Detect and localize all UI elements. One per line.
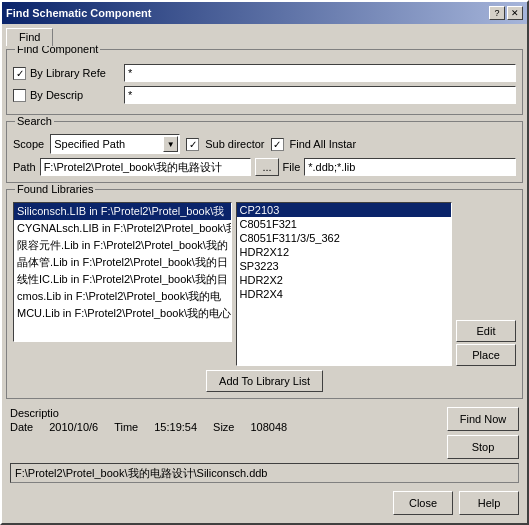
scope-row: Scope Specified Path All Libraries ▼ Sub…: [13, 134, 516, 154]
left-list-item[interactable]: MCU.Lib in F:\Protel2\Protel_book\我的电心: [14, 305, 231, 322]
place-button[interactable]: Place: [456, 344, 516, 366]
main-window: Find Schematic Component ? ✕ Find Find C…: [0, 0, 529, 525]
find-all-label: Find All Instar: [290, 138, 357, 150]
close-button[interactable]: Close: [393, 491, 453, 515]
add-to-library-button[interactable]: Add To Library List: [206, 370, 323, 392]
scope-dropdown-wrapper: Specified Path All Libraries ▼: [50, 134, 180, 154]
by-library-row: By Library Refe: [13, 64, 516, 82]
right-list-item[interactable]: HDR2X12: [237, 245, 452, 259]
date-value: 2010/10/6: [49, 421, 98, 433]
by-descrip-label: By Descrip: [30, 89, 120, 101]
by-library-input[interactable]: [124, 64, 516, 82]
content-area: Find Find Component By Library Refe By D…: [2, 24, 527, 523]
file-label: File: [283, 161, 301, 173]
find-component-group: Find Component By Library Refe By Descri…: [6, 49, 523, 115]
time-label: Time: [114, 421, 138, 433]
by-descrip-checkbox[interactable]: [13, 89, 26, 102]
info-row: Date 2010/10/6 Time 15:19:54 Size 108048: [10, 421, 439, 433]
right-list-item[interactable]: CP2103: [237, 203, 452, 217]
desc-left: Descriptio Date 2010/10/6 Time 15:19:54 …: [10, 407, 439, 433]
title-bar: Find Schematic Component ? ✕: [2, 2, 527, 24]
tab-find[interactable]: Find: [6, 28, 53, 46]
by-descrip-row: By Descrip: [13, 86, 516, 104]
find-all-checkbox[interactable]: [271, 138, 284, 151]
search-group: Search Scope Specified Path All Librarie…: [6, 121, 523, 183]
title-buttons: ? ✕: [489, 6, 523, 20]
right-list-item[interactable]: C8051F311/3/5_362: [237, 231, 452, 245]
desc-right: Find Now Stop: [447, 407, 519, 459]
size-label: Size: [213, 421, 234, 433]
right-list-item[interactable]: HDR2X2: [237, 273, 452, 287]
path-row: Path ... File: [13, 158, 516, 176]
file-input[interactable]: [304, 158, 516, 176]
scope-select[interactable]: Specified Path All Libraries: [50, 134, 180, 154]
description-label: Descriptio: [10, 407, 439, 419]
left-list-item[interactable]: CYGNALsch.LIB in F:\Protel2\Protel_book\…: [14, 220, 231, 237]
right-list-item[interactable]: HDR2X4: [237, 287, 452, 301]
found-libraries-label: Found Libraries: [15, 183, 95, 195]
sub-directories-checkbox[interactable]: [186, 138, 199, 151]
path-label: Path: [13, 161, 36, 173]
found-libraries-group: Found Libraries Siliconsch.LIB in F:\Pro…: [6, 189, 523, 399]
by-library-label: By Library Refe: [30, 67, 120, 79]
date-label: Date: [10, 421, 33, 433]
sub-directories-label: Sub director: [205, 138, 264, 150]
right-list-item[interactable]: SP3223: [237, 259, 452, 273]
search-label: Search: [15, 115, 54, 127]
help-button[interactable]: Help: [459, 491, 519, 515]
right-library-list[interactable]: CP2103C8051F321C8051F311/3/5_362HDR2X12S…: [236, 202, 453, 366]
size-value: 108048: [250, 421, 287, 433]
time-value: 15:19:54: [154, 421, 197, 433]
right-actions: Edit Place: [456, 202, 516, 366]
edit-button[interactable]: Edit: [456, 320, 516, 342]
left-list-item[interactable]: 线性IC.Lib in F:\Protel2\Protel_book\我的目: [14, 271, 231, 288]
right-list-item[interactable]: C8051F321: [237, 217, 452, 231]
path-input[interactable]: [40, 158, 252, 176]
status-bar: F:\Protel2\Protel_book\我的电路设计\Siliconsch…: [10, 463, 519, 483]
left-list-item[interactable]: Siliconsch.LIB in F:\Protel2\Protel_book…: [14, 203, 231, 220]
left-list-item[interactable]: cmos.Lib in F:\Protel2\Protel_book\我的电: [14, 288, 231, 305]
scope-label: Scope: [13, 138, 44, 150]
help-title-btn[interactable]: ?: [489, 6, 505, 20]
find-now-button[interactable]: Find Now: [447, 407, 519, 431]
bottom-row: Close Help: [6, 487, 523, 519]
list-actions: Add To Library List: [13, 370, 516, 392]
lists-row: Siliconsch.LIB in F:\Protel2\Protel_book…: [13, 202, 516, 366]
by-descrip-input[interactable]: [124, 86, 516, 104]
left-library-list[interactable]: Siliconsch.LIB in F:\Protel2\Protel_book…: [13, 202, 232, 342]
left-list-item[interactable]: 晶体管.Lib in F:\Protel2\Protel_book\我的日: [14, 254, 231, 271]
stop-button[interactable]: Stop: [447, 435, 519, 459]
by-library-checkbox[interactable]: [13, 67, 26, 80]
window-title: Find Schematic Component: [6, 7, 151, 19]
left-list-item[interactable]: 限容元件.Lib in F:\Protel2\Protel_book\我的: [14, 237, 231, 254]
browse-button[interactable]: ...: [255, 158, 278, 176]
description-row: Descriptio Date 2010/10/6 Time 15:19:54 …: [6, 403, 523, 459]
right-section: CP2103C8051F321C8051F311/3/5_362HDR2X12S…: [236, 202, 453, 366]
close-title-btn[interactable]: ✕: [507, 6, 523, 20]
